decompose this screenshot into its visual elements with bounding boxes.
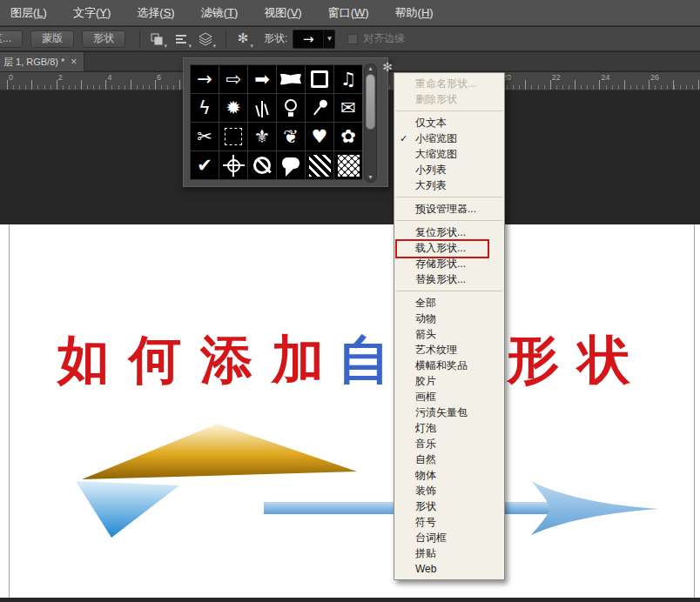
flyout-menu-item[interactable]: 污渍矢量包 — [394, 405, 504, 420]
flyout-menu-item[interactable]: 装饰 — [394, 483, 504, 498]
arrow-thin-icon[interactable]: → — [191, 65, 219, 93]
lightning-icon[interactable]: ϟ — [191, 94, 219, 122]
path-arrangement-button[interactable]: ▾ — [195, 30, 216, 48]
checkmark-icon[interactable]: ✔ — [191, 151, 219, 179]
flyout-menu-item[interactable]: 预设管理器... — [394, 201, 504, 217]
no-symbol-icon[interactable] — [248, 151, 276, 179]
flyout-menu-item[interactable]: 艺术纹理 — [394, 342, 504, 358]
document-tab[interactable]: 层 1, RGB/8) * × — [0, 52, 84, 71]
menubar-item-t[interactable]: 滤镜(T) — [201, 5, 239, 21]
divider — [139, 30, 140, 48]
menu-separator — [396, 291, 502, 291]
flyout-menu-item-label: 自然 — [415, 453, 436, 465]
flyout-menu-item-label: 横幅和奖品 — [415, 359, 468, 371]
flyout-menu-item[interactable]: 符号 — [394, 514, 504, 530]
flyout-menu-item[interactable]: 形状 — [394, 498, 504, 514]
banner-icon[interactable] — [277, 65, 305, 93]
scroll-down-icon[interactable]: ▼ — [365, 173, 376, 182]
geometry-options-button[interactable]: ✻ ▾ — [232, 30, 253, 48]
flyout-menu-item[interactable]: 画框 — [394, 389, 504, 405]
flyout-menu-item[interactable]: 复位形状... — [394, 224, 504, 240]
menubar-item-s[interactable]: 选择(S) — [137, 5, 174, 21]
menubar: 图层(L)文字(Y)选择(S)滤镜(T)视图(V)窗口(W)帮助(H) — [0, 0, 700, 26]
scissors-icon[interactable]: ✂ — [191, 123, 219, 150]
polka-dots-icon[interactable] — [334, 151, 362, 179]
headline-segment: 如何添加 — [57, 325, 343, 396]
selection-button[interactable]: 区... — [0, 30, 23, 48]
registration-target-icon[interactable] — [219, 151, 247, 179]
flyout-menu-item[interactable]: 全部 — [394, 295, 504, 311]
path-alignment-button[interactable]: ▾ — [171, 30, 192, 48]
shape-picker-label: 形状: — [264, 31, 287, 46]
push-pin-icon[interactable] — [306, 94, 333, 122]
align-edges-label: 对齐边缘 — [363, 31, 405, 46]
dashed-square-icon[interactable] — [219, 123, 247, 150]
speech-bubble-icon[interactable] — [277, 151, 305, 179]
flyout-menu-item[interactable]: 胶片 — [394, 373, 504, 389]
flyout-menu-item-label: 复位形状... — [415, 226, 466, 238]
blue-triangle-shape — [76, 481, 179, 538]
flyout-menu-item[interactable]: 大缩览图 — [394, 146, 504, 162]
banner-icon — [280, 74, 301, 85]
scroll-up-icon[interactable]: ▲ — [365, 64, 376, 73]
flyout-menu-item[interactable]: 箭头 — [394, 326, 504, 342]
flyout-menu-item[interactable]: 替换形状... — [394, 271, 504, 287]
align-edges-checkbox[interactable] — [347, 34, 358, 44]
document-canvas[interactable]: 如何添加自定形状 — [0, 224, 700, 598]
menubar-item-y[interactable]: 文字(Y) — [73, 5, 111, 21]
arrow-thin-icon: → — [197, 70, 212, 89]
flyout-menu-item[interactable]: 台词框 — [394, 530, 504, 545]
flyout-menu-item-label: 装饰 — [415, 485, 436, 497]
frame-icon[interactable] — [306, 65, 333, 93]
flyout-menu-item[interactable]: 自然 — [394, 452, 504, 467]
flyout-menu-item[interactable]: 小列表 — [394, 162, 504, 177]
shape-grid-scrollbar[interactable]: ▲ ▼ — [364, 64, 377, 183]
fleur-de-lis-icon[interactable]: ⚜ — [248, 123, 276, 150]
splat-flower-icon[interactable]: ✿ — [334, 123, 362, 150]
shape-button[interactable]: 形状 — [82, 30, 125, 48]
flyout-menu-item[interactable]: 横幅和奖品 — [394, 358, 504, 373]
flyout-menu-item-label: 拼贴 — [415, 547, 436, 559]
menubar-item-w[interactable]: 窗口(W) — [328, 5, 369, 21]
flyout-menu-item[interactable]: 动物 — [394, 311, 504, 326]
flyout-menu-item[interactable]: 物体 — [394, 467, 504, 483]
diagonal-stripes-icon[interactable] — [306, 151, 333, 179]
heart-icon: ♥ — [312, 128, 328, 146]
envelope-icon: ✉ — [340, 99, 356, 117]
diagonal-stripes-icon — [309, 155, 331, 177]
menubar-item-h[interactable]: 帮助(H) — [395, 5, 434, 21]
light-bulb-icon[interactable] — [277, 94, 305, 122]
scrollbar-thumb[interactable] — [366, 74, 375, 130]
shape-picker-dropdown[interactable]: → ▼ — [293, 30, 335, 49]
flyout-menu-item[interactable]: Web — [394, 561, 504, 577]
flyout-menu-item[interactable]: 拼贴 — [394, 545, 504, 561]
menubar-item-v[interactable]: 视图(V) — [264, 5, 301, 21]
close-icon[interactable]: × — [71, 57, 77, 67]
arrow-solid-icon[interactable]: ➡ — [248, 65, 276, 93]
flyout-menu-item[interactable]: 音乐 — [394, 436, 504, 452]
scissors-icon: ✂ — [197, 128, 212, 146]
grass-icon[interactable] — [248, 94, 276, 122]
starburst-icon[interactable]: ✹ — [219, 94, 247, 122]
flyout-menu-item-label: 台词框 — [415, 532, 447, 544]
music-notes-icon[interactable]: ♫ — [334, 65, 362, 93]
flyout-menu-item[interactable]: 灯泡 — [394, 420, 504, 436]
arrow-hollow-icon[interactable]: ⇨ — [219, 65, 247, 93]
menubar-item-l[interactable]: 图层(L) — [10, 5, 47, 21]
flyout-menu-item[interactable]: 载入形状... — [394, 240, 504, 256]
align-icon — [174, 32, 188, 46]
flyout-menu-item[interactable]: 仅文本 — [394, 115, 504, 130]
photoshop-window: 图层(L)文字(Y)选择(S)滤镜(T)视图(V)窗口(W)帮助(H) 区...… — [0, 0, 700, 602]
path-operations-button[interactable]: ▾ — [146, 30, 167, 48]
starburst-icon: ✹ — [225, 99, 241, 117]
flyout-menu-item[interactable]: 大列表 — [394, 177, 504, 193]
make-button-group: 区...蒙版形状 — [0, 30, 133, 48]
flyout-menu-item[interactable]: ✓小缩览图 — [394, 130, 504, 146]
envelope-icon[interactable]: ✉ — [334, 94, 362, 122]
ruler-label: 22 — [552, 73, 561, 82]
mask-button[interactable]: 蒙版 — [30, 30, 74, 48]
lightning-icon: ϟ — [199, 99, 211, 117]
heart-icon[interactable]: ♥ — [306, 123, 333, 150]
floral-ornament-icon[interactable]: ❦ — [277, 123, 305, 150]
flyout-menu-item[interactable]: 存储形状... — [394, 256, 504, 271]
